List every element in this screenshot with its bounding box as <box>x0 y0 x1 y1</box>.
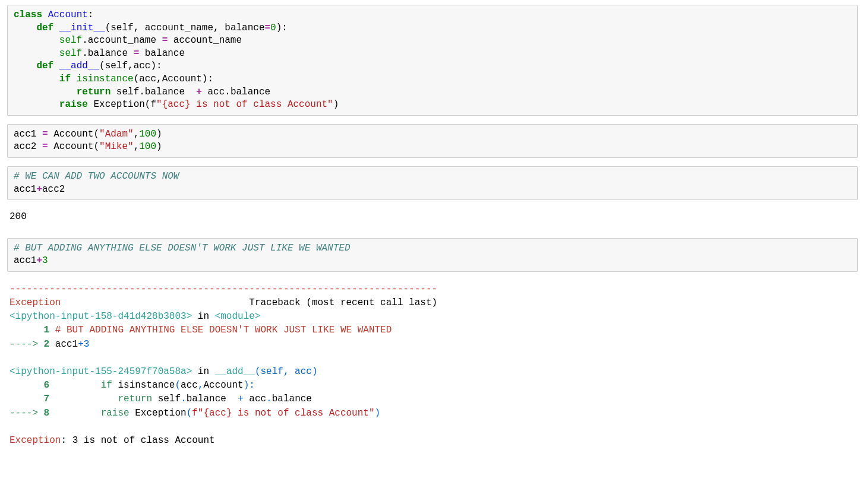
frame-arrow: ----> <box>10 339 44 350</box>
output-traceback: ----------------------------------------… <box>7 280 858 454</box>
class-name: Account <box>48 9 88 20</box>
code-cell-class-definition: class Account: def __init__(self, accoun… <box>7 5 858 116</box>
code-cell-add-accounts: # WE CAN ADD TWO ACCOUNTS NOW acc1+acc2 <box>7 166 858 200</box>
keyword-if: if <box>59 74 71 84</box>
exception-name: Exception <box>10 297 61 308</box>
colon: : <box>88 9 94 20</box>
comment: # BUT ADDING ANYTHING ELSE DOESN'T WORK … <box>14 243 351 253</box>
code-cell-add-invalid: # BUT ADDING ANYTHING ELSE DOESN'T WORK … <box>7 238 858 272</box>
params: (self, account_name, balance <box>105 23 265 33</box>
frame-lineno: 1 <box>10 325 55 335</box>
keyword-def: def <box>36 61 53 71</box>
exception-final-message: : 3 is not of class Account <box>61 435 214 446</box>
comment: # WE CAN ADD TWO ACCOUNTS NOW <box>14 171 179 182</box>
traceback-separator: ----------------------------------------… <box>10 284 437 294</box>
traceback-label: Traceback (most recent call last) <box>249 297 437 308</box>
method-add: __add__ <box>59 61 99 71</box>
code-cell-create-accounts: acc1 = Account("Adam",100) acc2 = Accoun… <box>7 124 858 158</box>
keyword-def: def <box>36 23 53 33</box>
traceback-file-2: <ipython-input-155-24597f70a58a> <box>10 366 192 377</box>
builtin-isinstance: isinstance <box>77 74 134 84</box>
indent <box>14 23 36 33</box>
keyword-raise: raise <box>59 99 88 110</box>
exception-final-name: Exception <box>10 435 61 446</box>
method-init: __init__ <box>59 23 105 33</box>
output-sum: 200 <box>7 208 858 230</box>
keyword-return: return <box>77 87 111 97</box>
frame-arrow: ----> <box>10 408 44 419</box>
keyword-class: class <box>14 9 42 20</box>
traceback-file-1: <ipython-input-158-d41d428b3803> <box>10 311 192 322</box>
